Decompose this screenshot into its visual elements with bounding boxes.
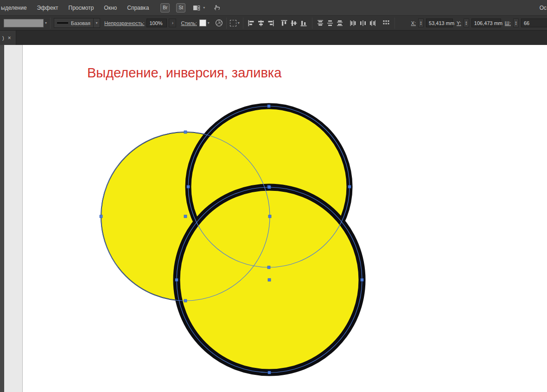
width-label[interactable]: Ш: (505, 20, 511, 26)
separator (243, 18, 243, 29)
lesson-title: Выделение, инверсия, заливка (87, 65, 281, 81)
x-value-input[interactable]: 53,413 mm (426, 19, 453, 27)
anchor-handle[interactable] (348, 185, 351, 188)
stepper-down-icon: ▾ (515, 23, 516, 25)
tab-title: ) (2, 35, 4, 41)
style-swatch[interactable] (199, 19, 206, 26)
align-grid-icon[interactable] (382, 18, 391, 28)
distribute-right-icon[interactable] (369, 18, 377, 28)
workspace-layout-icon (193, 4, 200, 12)
bridge-icon[interactable]: Br (160, 3, 170, 13)
artwork-layer[interactable] (0, 45, 547, 392)
y-stepper[interactable]: ▴ ▾ (464, 19, 469, 27)
tab-close-icon[interactable]: × (8, 35, 11, 41)
anchor-handle[interactable] (187, 185, 190, 188)
separator (50, 18, 51, 29)
opacity-options-button[interactable]: › (169, 19, 176, 27)
stroke-preview (57, 22, 68, 24)
separator (312, 18, 312, 29)
chevron-down-icon: ▾ (203, 6, 205, 10)
style-label[interactable]: Стиль: (181, 20, 197, 26)
anchor-handle[interactable] (175, 278, 178, 281)
align-right-icon[interactable] (267, 18, 275, 28)
x-label[interactable]: X: (411, 20, 416, 26)
fill-color-dropdown[interactable] (4, 19, 44, 27)
align-top-icon[interactable] (280, 18, 289, 28)
chevron-down-icon: ▾ (238, 21, 240, 25)
menu-item-window[interactable]: Окно (99, 5, 122, 11)
anchor-handle[interactable] (184, 215, 187, 218)
menu-item-selection[interactable]: ыделение (0, 5, 32, 11)
width-stepper[interactable]: ▴ ▾ (513, 19, 519, 27)
share-icon[interactable] (213, 3, 221, 13)
stepper-down-icon: ▾ (420, 23, 422, 25)
anchor-handle[interactable] (361, 278, 363, 281)
workspace-name[interactable]: Ос (540, 5, 547, 11)
distribute-top-icon[interactable] (316, 18, 325, 28)
document-tab-bar: ) × (0, 31, 547, 45)
document-tab[interactable]: ) × (0, 31, 16, 45)
distribute-left-icon[interactable] (349, 18, 358, 28)
control-bar: ▾ Базовая ▾ Непрозрачность: 100% › Стиль… (0, 15, 547, 31)
menu-bar: ыделение Эффект Просмотр Окно Справка Br… (0, 0, 547, 15)
opacity-value-input[interactable]: 100% (146, 19, 167, 27)
anchor-handle[interactable] (267, 266, 270, 269)
chevron-down-icon[interactable]: ▾ (93, 19, 100, 27)
width-value-input[interactable]: 66 (521, 19, 547, 27)
select-similar-icon[interactable] (230, 20, 236, 26)
menu-item-effect[interactable]: Эффект (32, 5, 64, 11)
align-bottom-icon[interactable] (299, 18, 308, 28)
separator (226, 18, 227, 29)
anchor-handle[interactable] (268, 215, 271, 218)
chevron-down-icon: ▾ (45, 21, 47, 25)
y-value-input[interactable]: 106,473 mm (471, 19, 501, 27)
stroke-profile-label: Базовая (71, 20, 90, 26)
align-horizontal-center-icon[interactable] (257, 18, 266, 28)
stroke-profile-dropdown[interactable]: Базовая ▾ (54, 18, 100, 28)
stepper-down-icon: ▾ (465, 23, 467, 25)
x-stepper[interactable]: ▴ ▾ (418, 19, 424, 27)
anchor-handle[interactable] (268, 278, 271, 281)
align-left-icon[interactable] (247, 18, 256, 28)
anchor-handle[interactable] (184, 131, 187, 133)
anchor-handle[interactable] (268, 186, 271, 189)
canvas-area: Выделение, инверсия, заливка (0, 45, 547, 392)
align-vertical-center-icon[interactable] (290, 18, 299, 28)
opacity-label[interactable]: Непрозрачность: (104, 20, 144, 26)
anchor-handle[interactable] (100, 215, 102, 218)
anchor-handle[interactable] (268, 371, 271, 374)
distribute-horizontal-center-icon[interactable] (359, 18, 368, 28)
y-label[interactable]: Y: (457, 20, 461, 26)
menu-item-help[interactable]: Справка (122, 5, 154, 11)
stock-icon[interactable]: St (176, 3, 185, 13)
distribute-vertical-center-icon[interactable] (326, 18, 335, 28)
anchor-handle[interactable] (267, 105, 270, 107)
anchor-handle[interactable] (184, 299, 187, 302)
separator (394, 18, 395, 29)
chevron-down-icon: ▾ (208, 21, 210, 25)
menu-item-view[interactable]: Просмотр (64, 5, 99, 11)
workspace-switcher[interactable]: ▾ (193, 4, 205, 12)
recolor-artwork-icon[interactable] (215, 19, 223, 27)
distribute-bottom-icon[interactable] (336, 18, 344, 28)
